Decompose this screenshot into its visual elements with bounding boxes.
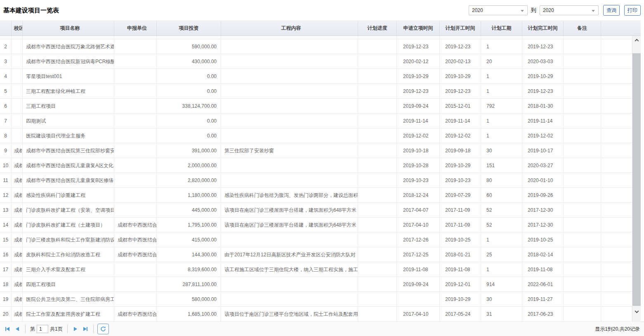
cell-unit: 成都市中西医结合医院 (114, 248, 157, 262)
chevron-down-icon[interactable] (521, 10, 524, 12)
cell-filler (601, 203, 632, 218)
cell-days: 52 (481, 203, 522, 218)
table-row[interactable]: 4零星项目test0010.002019-10-292019-10-291201… (0, 69, 632, 84)
table-row[interactable]: 9成都成都市中西医结合医院第三住院部纱窗安391,000.00第三住院部了安装纱… (0, 144, 632, 159)
col-apply-date[interactable]: 申请立项时间 (397, 21, 440, 35)
table-row[interactable]: 14成都门诊皮肤科改扩建工程（土建项目）成都市中西医结合医院1,795,100.… (0, 218, 632, 233)
table-row[interactable]: 20成都院士工作室及配套用房改扩建工程成都市中西医结合医院1,685,100.0… (0, 307, 632, 322)
query-button[interactable]: 查询 (603, 5, 620, 16)
table-row[interactable]: 17成都三期介入手术室及配套工程8,319,600.00该工程施工区域位于三期住… (0, 263, 632, 277)
cell-progress (358, 114, 397, 128)
cell-filler (601, 248, 632, 262)
table-row[interactable]: 19成都医院公共卫生间及第二、三住院部病房工程580,000.002019-10… (0, 292, 632, 307)
cell-unit (114, 69, 157, 84)
table-row[interactable]: 2成都市中西医结合医院万象北路侧艺术遮590,000.002019-12-232… (0, 40, 632, 54)
cell-progress (358, 233, 397, 247)
cell-unit (114, 173, 157, 188)
year-from-value: 2020 (472, 7, 483, 13)
table-row[interactable]: 13成都门诊皮肤科改扩建工程（安装、空调项目445,000.00该项目在南区门诊… (0, 203, 632, 218)
next-page-button[interactable] (71, 324, 80, 334)
table-row-clipped[interactable] (0, 36, 632, 40)
cell-name: 四期测试 (23, 114, 114, 128)
cell-invest: 0.00 (157, 84, 221, 99)
cell-num: 4 (0, 69, 12, 84)
scrollbar-thumb[interactable] (632, 53, 641, 306)
year-from-select[interactable]: 2020 (469, 5, 528, 15)
cell-invest: 1,795,100.00 (157, 218, 221, 232)
table-row[interactable]: 7四期测试0.002019-11-142019-11-1412019-11-14 (0, 114, 632, 129)
scroll-up-button[interactable] (632, 36, 641, 44)
col-work-content[interactable]: 工程内容 (221, 21, 358, 35)
scroll-down-button[interactable] (632, 308, 641, 316)
col-remark[interactable]: 备注 (564, 21, 601, 35)
col-finish-date[interactable]: 计划完工时间 (522, 21, 564, 35)
cell-filler (601, 188, 632, 203)
table-row[interactable]: 10成都成都市中西医结合医院儿童康复A区文化2,000,000.002019-1… (0, 159, 632, 173)
col-investment[interactable]: 项目投资 (157, 21, 221, 35)
table-row[interactable]: 16成都皮肤科和院士工作站消防改造工程成都市中西医结合医院144,300.00由… (0, 248, 632, 263)
table-row[interactable]: 8医院建设项目代理业主服务0.002019-12-022019-12-02120… (0, 129, 632, 144)
cell-campus: 成都 (12, 292, 23, 307)
cell-content: 该项目在南区门诊三楼屋面平台搭建，建筑面积为648平方米 (221, 203, 358, 218)
col-rownum[interactable] (0, 21, 12, 35)
cell-campus: 成都 (12, 307, 23, 322)
cell-apply (397, 292, 440, 307)
year-to-select[interactable]: 2020 (540, 5, 599, 15)
cell-apply: 2019-12-23 (397, 84, 440, 99)
cell-invest: 8,319,600.00 (157, 263, 221, 277)
cell-num: 10 (0, 159, 12, 173)
page-number-input[interactable] (37, 325, 48, 333)
cell-finish: 2019-10-25 (522, 233, 564, 247)
cell-name: 成都市中西医结合医院儿童康复B区修缮 (23, 173, 114, 188)
cell-filler (601, 277, 632, 292)
cell-start: 2020-02-13 (440, 54, 481, 69)
cell-invest: 445,000.00 (157, 203, 221, 218)
cell-name: 门诊皮肤科改扩建工程（安装、空调项目 (23, 203, 114, 218)
table-row[interactable]: 12成都感染性疾病科门诊重建工程1,180,000.00感染性疾病科门诊包括为腹… (0, 188, 632, 203)
cell-days: 31 (481, 307, 522, 322)
page-prefix-label: 第 (30, 326, 35, 333)
cell-filler (601, 159, 632, 173)
cell-remark (564, 129, 601, 143)
cell-num: 19 (0, 292, 12, 307)
col-project-name[interactable]: 项目名称 (23, 21, 114, 35)
cell-campus: 成都 (12, 144, 23, 158)
table-body: 2成都市中西医结合医院万象北路侧艺术遮590,000.002019-12-232… (0, 36, 632, 322)
cell-finish: 2022-06-01 (522, 277, 564, 292)
cell-unit (114, 263, 157, 277)
table-row[interactable]: 3成都市中西医结合医院新冠病毒PCR核酸430,000.002020-02-12… (0, 54, 632, 69)
table-row[interactable]: 11成都成都市中西医结合医院儿童康复B区修缮2,820,000.002019-1… (0, 173, 632, 188)
col-campus[interactable]: 校区 (12, 21, 23, 35)
cell-content: 感染性疾病科门诊包括为腹泻、发热门诊两部分，建设总面积 (221, 188, 358, 203)
col-duration[interactable]: 计划工期 (481, 21, 522, 35)
cell-start: 2019-10-29 (440, 69, 481, 84)
cell-name: 门诊三楼皮肤科和院士工作室新建消防设 (23, 233, 114, 247)
first-page-button[interactable] (2, 324, 12, 334)
table-row[interactable]: 18成都四期工程项目287,811,100.002019-09-242019-1… (0, 277, 632, 292)
cell-name: 感染性疾病科门诊重建工程 (23, 188, 114, 203)
pager-separator (25, 325, 26, 333)
chevron-down-icon[interactable] (592, 10, 595, 12)
print-button[interactable]: 打印 (624, 5, 641, 16)
header-scrollbar-cap (632, 21, 641, 35)
col-start-date[interactable]: 计划开工时间 (440, 21, 481, 35)
cell-finish: 2020-03-27 (522, 159, 564, 173)
col-reporting-unit[interactable]: 申报单位 (114, 21, 157, 35)
prev-page-button[interactable] (12, 324, 22, 334)
cell-name: 医院公共卫生间及第二、三住院部病房工程 (23, 292, 114, 307)
cell-content (221, 292, 358, 307)
last-page-button[interactable] (80, 324, 90, 334)
table-row[interactable]: 6三期工程项目338,124,700.002019-09-242015-12-0… (0, 99, 632, 114)
vertical-scrollbar[interactable] (632, 36, 641, 322)
col-planned-progress[interactable]: 计划进度 (358, 21, 397, 35)
cell-progress (358, 40, 397, 54)
cell-invest: 144,300.00 (157, 248, 221, 262)
cell-progress (358, 144, 397, 158)
table-row[interactable]: 5三期工程配套绿化种植工程0.002019-12-232019-12-23120… (0, 84, 632, 99)
table-row[interactable]: 15成都门诊三楼皮肤科和院士工作室新建消防设成都市中西医结合医院415,000.… (0, 233, 632, 248)
cell-content (221, 129, 358, 143)
cell-num: 9 (0, 144, 12, 158)
refresh-button[interactable] (97, 324, 109, 334)
cell-invest: 2,000,000.00 (157, 159, 221, 173)
cell-remark (564, 99, 601, 114)
